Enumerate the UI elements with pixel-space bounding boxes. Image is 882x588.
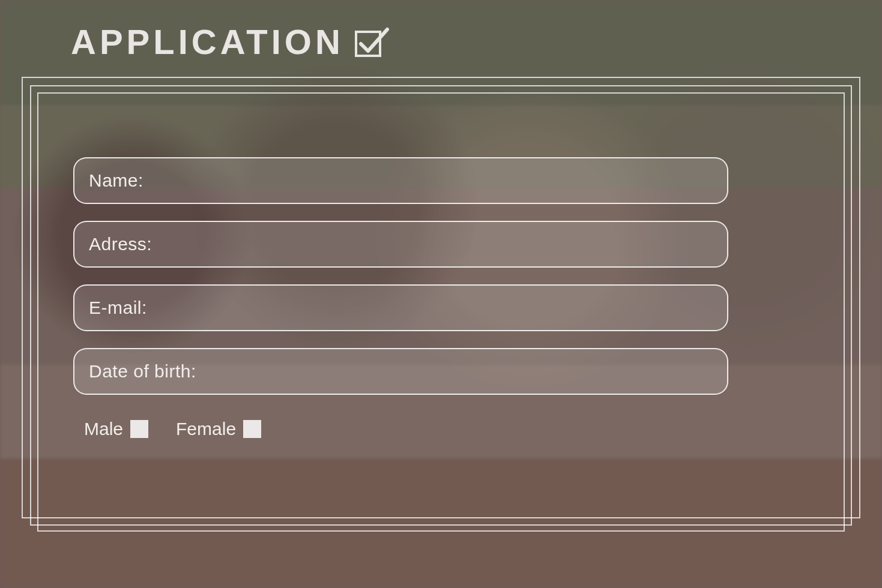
application-form: Name: Adress: E-mail: Date of birth: Mal… <box>73 157 728 439</box>
checkbox-icon[interactable] <box>130 420 148 438</box>
address-field[interactable]: Adress: <box>73 221 728 268</box>
gender-option-female[interactable]: Female <box>176 419 261 439</box>
email-label: E-mail: <box>89 298 147 318</box>
page-title: APPLICATION <box>71 22 390 62</box>
name-label: Name: <box>89 170 143 191</box>
gender-row: Male Female <box>73 412 728 439</box>
dob-label: Date of birth: <box>89 361 196 382</box>
male-label: Male <box>84 419 123 439</box>
address-label: Adress: <box>89 234 152 254</box>
page-title-text: APPLICATION <box>71 22 344 62</box>
email-field[interactable]: E-mail: <box>73 284 728 331</box>
name-field[interactable]: Name: <box>73 157 728 204</box>
checkbox-icon[interactable] <box>243 420 261 438</box>
checkmark-box-icon <box>355 27 390 57</box>
female-label: Female <box>176 419 236 439</box>
dob-field[interactable]: Date of birth: <box>73 348 728 395</box>
gender-option-male[interactable]: Male <box>84 419 148 439</box>
